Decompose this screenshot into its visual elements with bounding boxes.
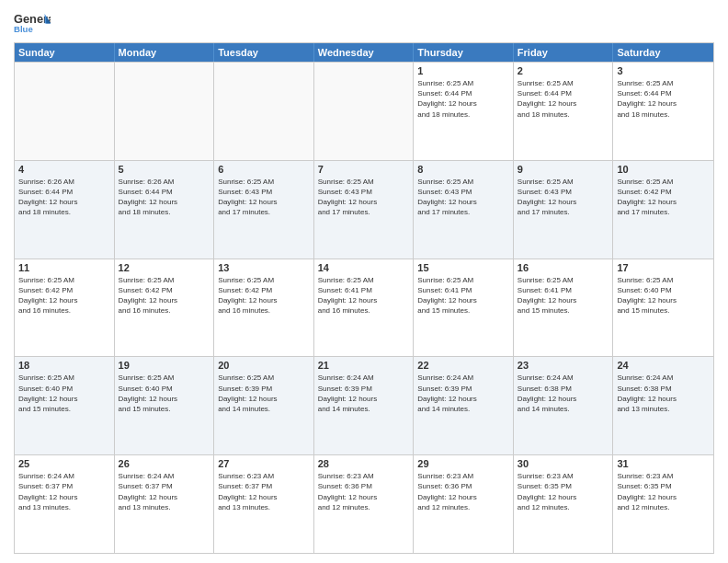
- day-number: 6: [218, 164, 310, 175]
- cal-cell-day-14: 14Sunrise: 6:25 AM Sunset: 6:41 PM Dayli…: [314, 259, 415, 357]
- cal-cell-day-13: 13Sunrise: 6:25 AM Sunset: 6:42 PM Dayli…: [214, 259, 314, 357]
- day-number: 17: [617, 262, 710, 273]
- cal-header-friday: Friday: [514, 43, 614, 62]
- cal-cell-empty: [15, 63, 115, 160]
- day-number: 31: [617, 458, 710, 469]
- calendar: SundayMondayTuesdayWednesdayThursdayFrid…: [14, 42, 714, 554]
- day-info: Sunrise: 6:25 AM Sunset: 6:44 PM Dayligh…: [617, 78, 710, 120]
- cal-header-monday: Monday: [115, 43, 215, 62]
- day-info: Sunrise: 6:26 AM Sunset: 6:44 PM Dayligh…: [119, 177, 210, 218]
- cal-cell-day-24: 24Sunrise: 6:24 AM Sunset: 6:38 PM Dayli…: [613, 357, 713, 454]
- cal-header-sunday: Sunday: [15, 43, 115, 62]
- cal-cell-day-27: 27Sunrise: 6:23 AM Sunset: 6:37 PM Dayli…: [214, 455, 314, 553]
- day-number: 26: [119, 458, 210, 469]
- cal-cell-day-15: 15Sunrise: 6:25 AM Sunset: 6:41 PM Dayli…: [414, 259, 514, 357]
- day-info: Sunrise: 6:25 AM Sunset: 6:42 PM Dayligh…: [218, 275, 310, 316]
- cal-header-thursday: Thursday: [414, 43, 514, 62]
- day-number: 27: [218, 458, 310, 469]
- day-number: 8: [417, 164, 509, 175]
- day-number: 25: [18, 458, 110, 469]
- day-number: 21: [318, 360, 410, 371]
- day-info: Sunrise: 6:23 AM Sunset: 6:36 PM Dayligh…: [417, 471, 509, 512]
- logo: General Blue: [14, 9, 51, 37]
- cal-week-1: 1Sunrise: 6:25 AM Sunset: 6:44 PM Daylig…: [15, 62, 713, 160]
- cal-cell-day-21: 21Sunrise: 6:24 AM Sunset: 6:39 PM Dayli…: [314, 357, 415, 454]
- page: General Blue SundayMondayTuesdayWednesda…: [0, 0, 728, 563]
- day-info: Sunrise: 6:24 AM Sunset: 6:39 PM Dayligh…: [417, 373, 509, 414]
- day-number: 28: [318, 458, 410, 469]
- day-info: Sunrise: 6:25 AM Sunset: 6:41 PM Dayligh…: [417, 275, 509, 316]
- cal-cell-day-3: 3Sunrise: 6:25 AM Sunset: 6:44 PM Daylig…: [613, 63, 713, 160]
- day-info: Sunrise: 6:24 AM Sunset: 6:37 PM Dayligh…: [18, 471, 110, 512]
- day-number: 5: [119, 164, 210, 175]
- cal-cell-day-20: 20Sunrise: 6:25 AM Sunset: 6:39 PM Dayli…: [214, 357, 314, 454]
- cal-cell-day-11: 11Sunrise: 6:25 AM Sunset: 6:42 PM Dayli…: [15, 259, 115, 357]
- cal-cell-day-12: 12Sunrise: 6:25 AM Sunset: 6:42 PM Dayli…: [115, 259, 215, 357]
- day-info: Sunrise: 6:25 AM Sunset: 6:43 PM Dayligh…: [318, 177, 410, 218]
- cal-week-4: 18Sunrise: 6:25 AM Sunset: 6:40 PM Dayli…: [15, 356, 713, 454]
- cal-cell-day-5: 5Sunrise: 6:26 AM Sunset: 6:44 PM Daylig…: [115, 161, 215, 259]
- header: General Blue: [14, 9, 714, 37]
- day-info: Sunrise: 6:23 AM Sunset: 6:37 PM Dayligh…: [218, 471, 310, 512]
- day-info: Sunrise: 6:25 AM Sunset: 6:43 PM Dayligh…: [417, 177, 509, 218]
- day-number: 20: [218, 360, 310, 371]
- logo-icon: General Blue: [14, 9, 51, 37]
- cal-cell-empty: [214, 63, 314, 160]
- cal-cell-day-26: 26Sunrise: 6:24 AM Sunset: 6:37 PM Dayli…: [115, 455, 215, 553]
- cal-cell-day-4: 4Sunrise: 6:26 AM Sunset: 6:44 PM Daylig…: [15, 161, 115, 259]
- cal-cell-day-30: 30Sunrise: 6:23 AM Sunset: 6:35 PM Dayli…: [514, 455, 614, 553]
- day-info: Sunrise: 6:25 AM Sunset: 6:44 PM Dayligh…: [417, 78, 509, 120]
- cal-cell-empty: [115, 63, 215, 160]
- day-number: 18: [18, 360, 110, 371]
- day-info: Sunrise: 6:25 AM Sunset: 6:40 PM Dayligh…: [18, 373, 110, 414]
- day-number: 9: [518, 164, 609, 175]
- day-number: 11: [18, 262, 110, 273]
- day-info: Sunrise: 6:25 AM Sunset: 6:41 PM Dayligh…: [318, 275, 410, 316]
- cal-header-wednesday: Wednesday: [314, 43, 415, 62]
- day-info: Sunrise: 6:26 AM Sunset: 6:44 PM Dayligh…: [18, 177, 110, 218]
- cal-cell-day-9: 9Sunrise: 6:25 AM Sunset: 6:43 PM Daylig…: [514, 161, 614, 259]
- cal-cell-day-19: 19Sunrise: 6:25 AM Sunset: 6:40 PM Dayli…: [115, 357, 215, 454]
- day-number: 3: [617, 65, 710, 76]
- cal-cell-day-6: 6Sunrise: 6:25 AM Sunset: 6:43 PM Daylig…: [214, 161, 314, 259]
- day-number: 15: [417, 262, 509, 273]
- day-number: 14: [318, 262, 410, 273]
- day-info: Sunrise: 6:23 AM Sunset: 6:35 PM Dayligh…: [617, 471, 710, 512]
- day-info: Sunrise: 6:23 AM Sunset: 6:35 PM Dayligh…: [518, 471, 609, 512]
- cal-cell-day-16: 16Sunrise: 6:25 AM Sunset: 6:41 PM Dayli…: [514, 259, 614, 357]
- day-number: 19: [119, 360, 210, 371]
- day-number: 13: [218, 262, 310, 273]
- cal-cell-empty: [314, 63, 415, 160]
- day-number: 29: [417, 458, 509, 469]
- day-info: Sunrise: 6:25 AM Sunset: 6:42 PM Dayligh…: [18, 275, 110, 316]
- day-number: 2: [518, 65, 609, 76]
- calendar-body: 1Sunrise: 6:25 AM Sunset: 6:44 PM Daylig…: [15, 62, 713, 553]
- cal-cell-day-31: 31Sunrise: 6:23 AM Sunset: 6:35 PM Dayli…: [613, 455, 713, 553]
- cal-cell-day-22: 22Sunrise: 6:24 AM Sunset: 6:39 PM Dayli…: [414, 357, 514, 454]
- cal-cell-day-2: 2Sunrise: 6:25 AM Sunset: 6:44 PM Daylig…: [514, 63, 614, 160]
- day-info: Sunrise: 6:24 AM Sunset: 6:38 PM Dayligh…: [518, 373, 609, 414]
- day-info: Sunrise: 6:25 AM Sunset: 6:40 PM Dayligh…: [119, 373, 210, 414]
- day-info: Sunrise: 6:25 AM Sunset: 6:41 PM Dayligh…: [518, 275, 609, 316]
- day-info: Sunrise: 6:25 AM Sunset: 6:40 PM Dayligh…: [617, 275, 710, 316]
- day-number: 1: [417, 65, 509, 76]
- calendar-header: SundayMondayTuesdayWednesdayThursdayFrid…: [15, 43, 713, 62]
- cal-header-tuesday: Tuesday: [214, 43, 314, 62]
- day-info: Sunrise: 6:25 AM Sunset: 6:42 PM Dayligh…: [119, 275, 210, 316]
- day-info: Sunrise: 6:23 AM Sunset: 6:36 PM Dayligh…: [318, 471, 410, 512]
- day-info: Sunrise: 6:25 AM Sunset: 6:43 PM Dayligh…: [518, 177, 609, 218]
- day-info: Sunrise: 6:24 AM Sunset: 6:38 PM Dayligh…: [617, 373, 710, 414]
- day-info: Sunrise: 6:24 AM Sunset: 6:37 PM Dayligh…: [119, 471, 210, 512]
- day-number: 4: [18, 164, 110, 175]
- cal-cell-day-18: 18Sunrise: 6:25 AM Sunset: 6:40 PM Dayli…: [15, 357, 115, 454]
- cal-cell-day-23: 23Sunrise: 6:24 AM Sunset: 6:38 PM Dayli…: [514, 357, 614, 454]
- day-number: 10: [617, 164, 710, 175]
- day-number: 23: [518, 360, 609, 371]
- cal-cell-day-17: 17Sunrise: 6:25 AM Sunset: 6:40 PM Dayli…: [613, 259, 713, 357]
- day-info: Sunrise: 6:25 AM Sunset: 6:43 PM Dayligh…: [218, 177, 310, 218]
- cal-cell-day-1: 1Sunrise: 6:25 AM Sunset: 6:44 PM Daylig…: [414, 63, 514, 160]
- day-number: 12: [119, 262, 210, 273]
- cal-cell-day-25: 25Sunrise: 6:24 AM Sunset: 6:37 PM Dayli…: [15, 455, 115, 553]
- day-number: 30: [518, 458, 609, 469]
- cal-cell-day-10: 10Sunrise: 6:25 AM Sunset: 6:42 PM Dayli…: [613, 161, 713, 259]
